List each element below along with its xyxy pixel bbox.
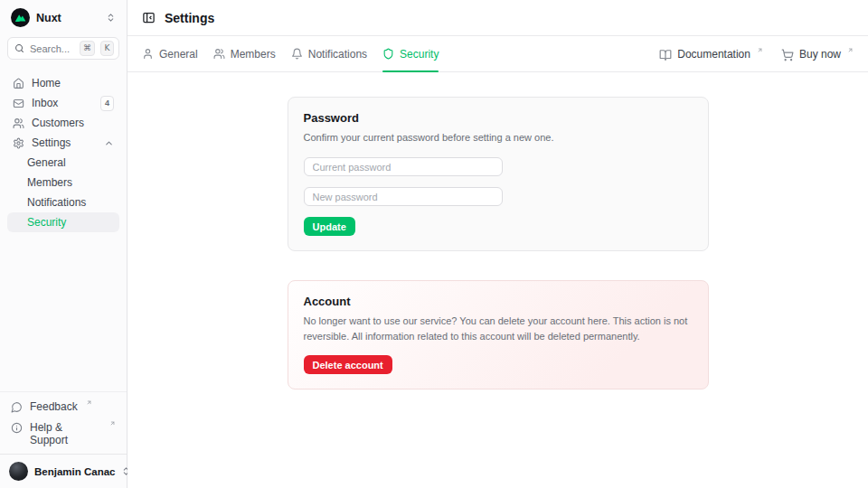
sidebar-item-members[interactable]: Members	[7, 173, 119, 192]
sidebar-item-label: Members	[27, 176, 72, 189]
tabbar-actions: Documentation Buy now	[659, 36, 854, 71]
user-icon	[142, 48, 154, 60]
gear-icon	[13, 137, 24, 149]
external-link-icon	[757, 47, 763, 53]
tab-security[interactable]: Security	[382, 36, 439, 71]
info-circle-icon	[11, 422, 23, 434]
book-open-icon	[659, 49, 672, 61]
sidebar-item-label: General	[27, 156, 66, 169]
main-panel: Settings General Members Notifications	[127, 0, 868, 488]
sidebar-item-label: Notifications	[27, 196, 86, 209]
search-placeholder: Search...	[30, 43, 74, 54]
sidebar-item-customers[interactable]: Customers	[7, 113, 119, 133]
search-icon	[14, 43, 24, 53]
user-name: Benjamin Canac	[34, 466, 115, 477]
users-icon	[213, 48, 225, 60]
sidebar-item-label: Security	[27, 216, 66, 229]
footer-link-label: Help & Support	[30, 421, 101, 446]
feedback-link[interactable]: Feedback	[11, 400, 116, 413]
kbd-k: K	[100, 41, 114, 56]
tab-notifications[interactable]: Notifications	[291, 36, 367, 71]
app-window: Nuxt Search... ⌘ K Home	[0, 0, 868, 488]
page-title: Settings	[165, 11, 214, 25]
tab-general[interactable]: General	[142, 36, 198, 71]
password-form: Update	[304, 157, 693, 236]
footer-link-label: Feedback	[30, 400, 78, 413]
external-link-icon	[109, 420, 116, 427]
page-header: Settings	[127, 0, 868, 36]
user-menu[interactable]: Benjamin Canac	[0, 454, 127, 488]
toolbar-link-label: Documentation	[677, 48, 750, 61]
current-password-field[interactable]	[304, 157, 503, 176]
external-link-icon	[86, 399, 92, 406]
sidebar-item-general[interactable]: General	[7, 153, 119, 173]
sidebar-item-settings[interactable]: Settings	[7, 133, 119, 153]
collapse-sidebar-icon[interactable]	[142, 11, 156, 24]
sidebar-item-label: Customers	[32, 117, 84, 129]
sidebar: Nuxt Search... ⌘ K Home	[0, 0, 127, 488]
documentation-link[interactable]: Documentation	[659, 47, 763, 61]
account-card-title: Account	[304, 295, 693, 308]
chevrons-up-down-icon	[106, 13, 116, 23]
nuxt-logo-icon	[11, 8, 30, 27]
brand-name: Nuxt	[36, 12, 61, 24]
delete-account-button[interactable]: Delete account	[304, 355, 392, 374]
sidebar-footer: Feedback Help & Support	[0, 391, 127, 454]
kbd-meta: ⌘	[80, 41, 95, 56]
sidebar-item-inbox[interactable]: Inbox 4	[7, 93, 119, 113]
shield-icon	[382, 48, 394, 60]
home-icon	[13, 78, 24, 89]
new-password-field[interactable]	[304, 187, 503, 206]
shopping-cart-icon	[781, 49, 794, 61]
chat-bubble-icon	[11, 401, 23, 413]
sidebar-item-label: Settings	[32, 136, 71, 149]
search-input[interactable]: Search... ⌘ K	[7, 37, 119, 60]
help-support-link[interactable]: Help & Support	[11, 421, 116, 446]
team-switcher[interactable]: Nuxt	[0, 0, 127, 35]
password-card-title: Password	[304, 111, 693, 125]
sidebar-item-security[interactable]: Security	[7, 212, 119, 232]
inbox-icon	[13, 98, 24, 109]
inbox-count-badge: 4	[100, 96, 114, 111]
settings-security-content: Password Confirm your current password b…	[127, 72, 868, 488]
chevron-up-icon	[104, 138, 114, 148]
password-card-description: Confirm your current password before set…	[304, 130, 693, 145]
bell-icon	[291, 48, 303, 60]
update-password-button[interactable]: Update	[304, 217, 355, 236]
password-card: Password Confirm your current password b…	[288, 97, 709, 251]
users-icon	[13, 117, 24, 129]
tab-label: Notifications	[308, 48, 367, 61]
tab-members[interactable]: Members	[213, 36, 276, 71]
account-card-description: No longer want to use our service? You c…	[304, 314, 693, 344]
settings-tabbar: General Members Notifications Security	[127, 36, 868, 72]
tab-label: General	[159, 48, 198, 61]
buy-now-link[interactable]: Buy now	[781, 47, 854, 61]
sidebar-item-notifications[interactable]: Notifications	[7, 192, 119, 212]
external-link-icon	[847, 47, 854, 53]
sidebar-item-label: Home	[32, 77, 61, 89]
tab-label: Members	[231, 48, 276, 61]
sidebar-item-label: Inbox	[32, 97, 58, 109]
account-card: Account No longer want to use our servic…	[288, 280, 709, 389]
sidebar-nav: Home Inbox 4 Customers Settings	[0, 63, 127, 232]
avatar	[9, 462, 28, 481]
tab-label: Security	[400, 48, 439, 61]
toolbar-link-label: Buy now	[799, 48, 841, 61]
sidebar-item-home[interactable]: Home	[7, 73, 119, 93]
